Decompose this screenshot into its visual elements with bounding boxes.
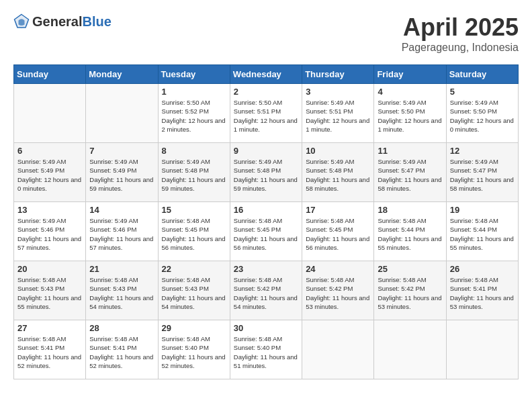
- logo-blue: Blue: [82, 14, 111, 29]
- calendar-day-cell: 14Sunrise: 5:49 AM Sunset: 5:46 PM Dayli…: [86, 202, 158, 261]
- day-number: 1: [162, 87, 226, 97]
- day-info: Sunrise: 5:49 AM Sunset: 5:51 PM Dayligh…: [306, 98, 370, 134]
- calendar-day-cell: 28Sunrise: 5:48 AM Sunset: 5:41 PM Dayli…: [86, 320, 158, 379]
- day-number: 24: [306, 264, 370, 274]
- day-info: Sunrise: 5:49 AM Sunset: 5:50 PM Dayligh…: [378, 98, 442, 134]
- calendar-day-cell: 7Sunrise: 5:49 AM Sunset: 5:49 PM Daylig…: [86, 143, 158, 202]
- calendar-week-row: 27Sunrise: 5:48 AM Sunset: 5:41 PM Dayli…: [14, 320, 519, 379]
- calendar-day-cell: 6Sunrise: 5:49 AM Sunset: 5:49 PM Daylig…: [14, 143, 86, 202]
- day-number: 18: [378, 205, 442, 215]
- day-info: Sunrise: 5:48 AM Sunset: 5:44 PM Dayligh…: [450, 216, 515, 252]
- day-info: Sunrise: 5:48 AM Sunset: 5:42 PM Dayligh…: [234, 275, 298, 311]
- calendar-day-cell: 5Sunrise: 5:49 AM Sunset: 5:50 PM Daylig…: [446, 84, 518, 143]
- calendar-day-cell: [86, 84, 158, 143]
- day-number: 27: [17, 323, 82, 333]
- day-number: 7: [89, 146, 154, 156]
- day-number: 21: [89, 264, 154, 274]
- day-info: Sunrise: 5:49 AM Sunset: 5:49 PM Dayligh…: [89, 157, 154, 193]
- day-number: 22: [162, 264, 226, 274]
- day-number: 16: [234, 205, 298, 215]
- day-info: Sunrise: 5:48 AM Sunset: 5:45 PM Dayligh…: [162, 216, 226, 252]
- calendar-day-cell: 10Sunrise: 5:49 AM Sunset: 5:48 PM Dayli…: [302, 143, 374, 202]
- calendar-day-cell: 27Sunrise: 5:48 AM Sunset: 5:41 PM Dayli…: [14, 320, 86, 379]
- day-number: 12: [450, 146, 515, 156]
- day-number: 10: [306, 146, 370, 156]
- calendar-day-cell: 23Sunrise: 5:48 AM Sunset: 5:42 PM Dayli…: [230, 261, 302, 320]
- calendar-week-row: 6Sunrise: 5:49 AM Sunset: 5:49 PM Daylig…: [14, 143, 519, 202]
- calendar-day-cell: [446, 320, 518, 379]
- day-number: 28: [89, 323, 154, 333]
- calendar-day-cell: 25Sunrise: 5:48 AM Sunset: 5:42 PM Dayli…: [374, 261, 446, 320]
- day-number: 29: [162, 323, 226, 333]
- calendar-day-cell: 21Sunrise: 5:48 AM Sunset: 5:43 PM Dayli…: [86, 261, 158, 320]
- calendar-day-cell: 29Sunrise: 5:48 AM Sunset: 5:40 PM Dayli…: [158, 320, 230, 379]
- calendar-day-cell: 19Sunrise: 5:48 AM Sunset: 5:44 PM Dayli…: [446, 202, 518, 261]
- calendar-day-cell: 26Sunrise: 5:48 AM Sunset: 5:41 PM Dayli…: [446, 261, 518, 320]
- day-info: Sunrise: 5:48 AM Sunset: 5:43 PM Dayligh…: [162, 275, 226, 311]
- weekday-header: Tuesday: [158, 65, 230, 84]
- day-info: Sunrise: 5:49 AM Sunset: 5:49 PM Dayligh…: [17, 157, 82, 193]
- day-number: 13: [17, 205, 82, 215]
- calendar-title: April 2025: [402, 13, 519, 42]
- day-info: Sunrise: 5:48 AM Sunset: 5:40 PM Dayligh…: [234, 334, 298, 370]
- calendar-day-cell: 15Sunrise: 5:48 AM Sunset: 5:45 PM Dayli…: [158, 202, 230, 261]
- day-info: Sunrise: 5:49 AM Sunset: 5:46 PM Dayligh…: [17, 216, 82, 252]
- calendar-day-cell: 1Sunrise: 5:50 AM Sunset: 5:52 PM Daylig…: [158, 84, 230, 143]
- day-info: Sunrise: 5:48 AM Sunset: 5:45 PM Dayligh…: [234, 216, 298, 252]
- day-number: 19: [450, 205, 515, 215]
- day-info: Sunrise: 5:48 AM Sunset: 5:45 PM Dayligh…: [306, 216, 370, 252]
- day-info: Sunrise: 5:48 AM Sunset: 5:44 PM Dayligh…: [378, 216, 442, 252]
- calendar-day-cell: [302, 320, 374, 379]
- weekday-header: Friday: [374, 65, 446, 84]
- day-info: Sunrise: 5:49 AM Sunset: 5:50 PM Dayligh…: [450, 98, 515, 134]
- day-number: 2: [234, 87, 298, 97]
- day-number: 3: [306, 87, 370, 97]
- logo-text: GeneralBlue: [32, 14, 112, 30]
- day-info: Sunrise: 5:49 AM Sunset: 5:46 PM Dayligh…: [89, 216, 154, 252]
- day-number: 4: [378, 87, 442, 97]
- page-header: GeneralBlue April 2025 Pagerageung, Indo…: [13, 13, 519, 54]
- calendar-day-cell: 18Sunrise: 5:48 AM Sunset: 5:44 PM Dayli…: [374, 202, 446, 261]
- day-number: 20: [17, 264, 82, 274]
- day-number: 25: [378, 264, 442, 274]
- day-info: Sunrise: 5:49 AM Sunset: 5:48 PM Dayligh…: [306, 157, 370, 193]
- calendar-week-row: 13Sunrise: 5:49 AM Sunset: 5:46 PM Dayli…: [14, 202, 519, 261]
- calendar-day-cell: 13Sunrise: 5:49 AM Sunset: 5:46 PM Dayli…: [14, 202, 86, 261]
- calendar-day-cell: 22Sunrise: 5:48 AM Sunset: 5:43 PM Dayli…: [158, 261, 230, 320]
- day-info: Sunrise: 5:48 AM Sunset: 5:43 PM Dayligh…: [17, 275, 82, 311]
- day-info: Sunrise: 5:48 AM Sunset: 5:41 PM Dayligh…: [17, 334, 82, 370]
- day-info: Sunrise: 5:50 AM Sunset: 5:52 PM Dayligh…: [162, 98, 226, 134]
- weekday-header: Wednesday: [230, 65, 302, 84]
- day-info: Sunrise: 5:50 AM Sunset: 5:51 PM Dayligh…: [234, 98, 298, 134]
- day-info: Sunrise: 5:49 AM Sunset: 5:47 PM Dayligh…: [450, 157, 515, 193]
- day-info: Sunrise: 5:48 AM Sunset: 5:42 PM Dayligh…: [306, 275, 370, 311]
- day-number: 26: [450, 264, 515, 274]
- calendar-location: Pagerageung, Indonesia: [402, 42, 519, 54]
- day-info: Sunrise: 5:48 AM Sunset: 5:42 PM Dayligh…: [378, 275, 442, 311]
- day-info: Sunrise: 5:48 AM Sunset: 5:41 PM Dayligh…: [450, 275, 515, 311]
- calendar-day-cell: 24Sunrise: 5:48 AM Sunset: 5:42 PM Dayli…: [302, 261, 374, 320]
- day-info: Sunrise: 5:49 AM Sunset: 5:48 PM Dayligh…: [162, 157, 226, 193]
- day-number: 9: [234, 146, 298, 156]
- calendar-day-cell: 2Sunrise: 5:50 AM Sunset: 5:51 PM Daylig…: [230, 84, 302, 143]
- calendar-day-cell: [374, 320, 446, 379]
- weekday-header: Monday: [86, 65, 158, 84]
- calendar-day-cell: 9Sunrise: 5:49 AM Sunset: 5:48 PM Daylig…: [230, 143, 302, 202]
- calendar-day-cell: 11Sunrise: 5:49 AM Sunset: 5:47 PM Dayli…: [374, 143, 446, 202]
- logo-general: General: [32, 14, 82, 29]
- weekday-header-row: SundayMondayTuesdayWednesdayThursdayFrid…: [14, 65, 519, 84]
- logo: GeneralBlue: [13, 13, 112, 30]
- calendar-day-cell: 4Sunrise: 5:49 AM Sunset: 5:50 PM Daylig…: [374, 84, 446, 143]
- calendar-day-cell: 3Sunrise: 5:49 AM Sunset: 5:51 PM Daylig…: [302, 84, 374, 143]
- day-number: 6: [17, 146, 82, 156]
- weekday-header: Saturday: [446, 65, 518, 84]
- day-info: Sunrise: 5:49 AM Sunset: 5:47 PM Dayligh…: [378, 157, 442, 193]
- day-number: 5: [450, 87, 515, 97]
- calendar-day-cell: 20Sunrise: 5:48 AM Sunset: 5:43 PM Dayli…: [14, 261, 86, 320]
- calendar-day-cell: 30Sunrise: 5:48 AM Sunset: 5:40 PM Dayli…: [230, 320, 302, 379]
- calendar-week-row: 1Sunrise: 5:50 AM Sunset: 5:52 PM Daylig…: [14, 84, 519, 143]
- weekday-header: Thursday: [302, 65, 374, 84]
- calendar-table: SundayMondayTuesdayWednesdayThursdayFrid…: [13, 64, 519, 379]
- calendar-day-cell: 8Sunrise: 5:49 AM Sunset: 5:48 PM Daylig…: [158, 143, 230, 202]
- weekday-header: Sunday: [14, 65, 86, 84]
